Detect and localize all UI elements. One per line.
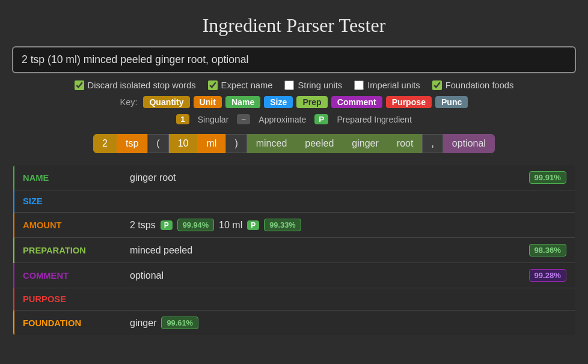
key-badge-size: Size	[264, 96, 293, 108]
token-2: (	[147, 134, 168, 153]
legend-approx-symbol: ~	[237, 114, 250, 124]
result-label-size: SIZE	[13, 190, 121, 213]
key-badge-purpose: Purpose	[386, 96, 432, 108]
result-label-amount: AMOUNT	[13, 213, 121, 238]
legend-prep-text: Prepared Ingredient	[337, 115, 411, 124]
option-discard[interactable]: Discard isolated stop words	[75, 80, 196, 90]
legend-prep-symbol: P	[314, 114, 328, 124]
result-value-size	[121, 190, 575, 213]
key-badge-name: Name	[225, 96, 260, 108]
checkbox-imperialunits[interactable]	[354, 80, 364, 90]
page-title: Ingredient Parser Tester	[12, 6, 576, 46]
token-1: tsp	[117, 134, 147, 153]
key-badge-quantity: Quantity	[143, 96, 189, 108]
ingredient-input[interactable]	[12, 46, 576, 73]
token-0: 2	[93, 134, 117, 153]
name-value: ginger root	[130, 172, 176, 183]
token-11: optional	[443, 134, 495, 153]
checkbox-expectname[interactable]	[208, 80, 218, 90]
foundation-value: ginger	[130, 318, 156, 329]
token-7: peeled	[296, 134, 343, 153]
token-10: ,	[422, 134, 443, 153]
result-value-name: ginger root99.91%	[121, 165, 575, 190]
result-label-foundation: FOUNDATION	[13, 311, 121, 336]
checkbox-discard[interactable]	[75, 80, 84, 90]
token-4: ml	[197, 134, 225, 153]
legend-approx-text: Approximate	[259, 115, 306, 124]
result-value-comment: optional99.28%	[121, 263, 575, 288]
key-badge-punc: Punc	[435, 96, 468, 108]
amount-score: 99.94%	[177, 219, 214, 231]
result-label-comment: COMMENT	[13, 263, 121, 288]
results-table: NAMEginger root99.91%SIZEAMOUNT2 tspsP99…	[12, 164, 576, 336]
foundation-score: 99.61%	[161, 317, 198, 329]
key-row: Key: QuantityUnitNameSizePrepCommentPurp…	[12, 96, 576, 108]
option-expectname[interactable]: Expect name	[208, 80, 273, 90]
token-9: root	[388, 134, 423, 153]
key-label: Key:	[120, 97, 138, 107]
options-row: Discard isolated stop wordsExpect nameSt…	[12, 80, 576, 90]
key-badge-comment: Comment	[331, 96, 382, 108]
key-badge-unit: Unit	[194, 96, 222, 108]
result-label-purpose: PURPOSE	[13, 288, 121, 311]
result-row-preparation: PREPARATIONminced peeled98.36%	[13, 238, 575, 263]
result-row-size: SIZE	[13, 190, 575, 213]
result-value-preparation: minced peeled98.36%	[121, 238, 575, 263]
name-score: 99.91%	[529, 171, 566, 184]
comment-value: optional	[130, 270, 164, 281]
amount-qty: 10 ml	[219, 220, 242, 231]
preparation-score: 98.36%	[529, 244, 566, 256]
amount-score: 99.33%	[264, 219, 301, 231]
option-imperialunits[interactable]: Imperial units	[354, 80, 420, 90]
preparation-value: minced peeled	[130, 245, 192, 256]
result-value-foundation: ginger99.61%	[121, 311, 575, 336]
result-label-preparation: PREPARATION	[13, 238, 121, 263]
result-row-purpose: PURPOSE	[13, 288, 575, 311]
amount-qty: 2 tsps	[130, 220, 156, 231]
token-3: 10	[169, 134, 198, 153]
token-8: ginger	[343, 134, 387, 153]
legend-row: 1 Singular ~ Approximate P Prepared Ingr…	[12, 114, 576, 124]
result-row-name: NAMEginger root99.91%	[13, 165, 575, 190]
amount-p-badge: P	[161, 220, 173, 230]
tokens-row: 2tsp(10ml)mincedpeeledgingerroot,optiona…	[12, 134, 576, 153]
result-row-comment: COMMENToptional99.28%	[13, 263, 575, 288]
checkbox-stringunits[interactable]	[284, 80, 294, 90]
legend-singular-num: 1	[176, 114, 189, 124]
legend-singular-text: Singular	[198, 115, 229, 124]
key-badge-prep: Prep	[296, 96, 327, 108]
result-value-amount: 2 tspsP99.94%10 mlP99.33%	[121, 213, 575, 238]
result-label-name: NAME	[13, 165, 121, 190]
result-row-amount: AMOUNT2 tspsP99.94%10 mlP99.33%	[13, 213, 575, 238]
checkbox-foundationfoods[interactable]	[432, 80, 442, 90]
token-5: )	[225, 134, 247, 153]
token-6: minced	[247, 134, 296, 153]
result-row-foundation: FOUNDATIONginger99.61%	[13, 311, 575, 336]
amount-p-badge: P	[247, 220, 259, 230]
comment-score: 99.28%	[529, 269, 566, 282]
result-value-purpose	[121, 288, 575, 311]
option-foundationfoods[interactable]: Foundation foods	[432, 80, 514, 90]
option-stringunits[interactable]: String units	[284, 80, 342, 90]
